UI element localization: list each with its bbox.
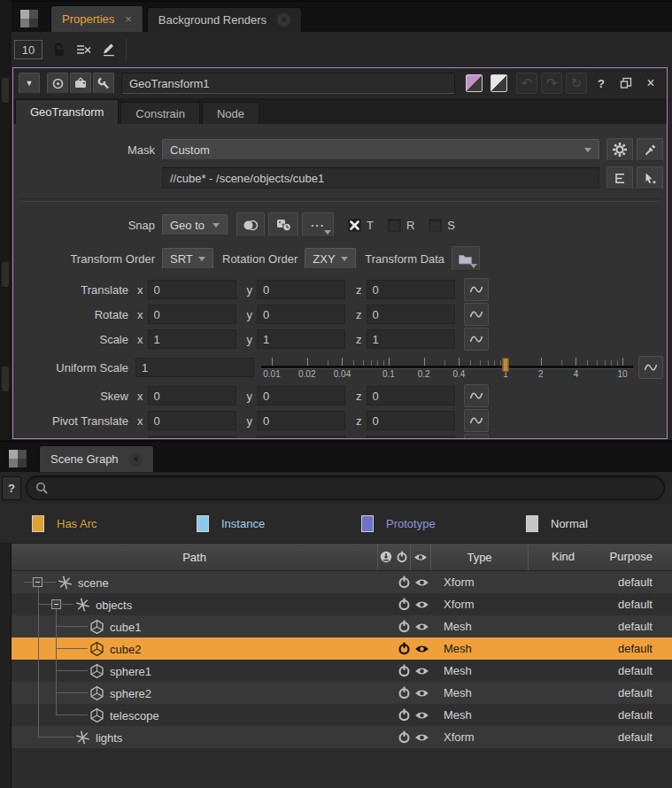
- table-row-cube1[interactable]: cube1Meshdefault: [12, 615, 672, 637]
- table-row-cube2[interactable]: cube2Meshdefault: [12, 637, 672, 660]
- pivot-translate-curve-button[interactable]: [464, 409, 489, 432]
- row-visibility-toggle[interactable]: [412, 622, 431, 632]
- tab-constrain[interactable]: Constrain: [120, 102, 200, 124]
- slider-handle[interactable]: [502, 358, 508, 372]
- row-visibility-toggle[interactable]: [412, 577, 431, 588]
- pane-menu-icon[interactable]: [20, 10, 38, 27]
- table-row-scene[interactable]: sceneXformdefault: [12, 571, 672, 593]
- row-visibility-toggle[interactable]: [412, 710, 431, 721]
- rotate-x-field[interactable]: [148, 305, 236, 324]
- column-kind[interactable]: Kind: [528, 544, 598, 570]
- table-row-lights[interactable]: lightsXformdefault: [12, 726, 672, 748]
- transform-data-button[interactable]: [452, 246, 480, 271]
- tab-background-renders[interactable]: Background Renders ×: [147, 7, 302, 32]
- column-active[interactable]: [394, 551, 410, 563]
- rotate-z-field[interactable]: [367, 305, 455, 324]
- revert-button[interactable]: ↻: [566, 73, 587, 94]
- scenegraph-browse-button[interactable]: [606, 166, 633, 189]
- settings-wrench-button[interactable]: [93, 73, 114, 94]
- node-name-field[interactable]: [121, 73, 455, 94]
- float-panel-button[interactable]: [615, 73, 637, 94]
- scenegraph-help-button[interactable]: ?: [2, 476, 21, 500]
- close-icon[interactable]: ×: [129, 452, 143, 466]
- pivot-rotate-z-field[interactable]: [367, 436, 455, 439]
- close-panel-button[interactable]: ×: [640, 73, 661, 94]
- tab-scene-graph[interactable]: Scene Graph ×: [39, 445, 154, 472]
- row-power-toggle[interactable]: [396, 642, 412, 655]
- snap-more-button[interactable]: ···: [302, 212, 334, 237]
- clear-panels-icon[interactable]: [76, 43, 92, 57]
- pivot-translate-y-field[interactable]: [257, 411, 345, 430]
- snap-checkbox-t[interactable]: [348, 219, 361, 232]
- skew-y-field[interactable]: [257, 386, 345, 406]
- undo-button[interactable]: ↶: [516, 73, 537, 94]
- tab-properties[interactable]: Properties ×: [50, 5, 143, 32]
- uniform-scale-field[interactable]: [135, 358, 254, 377]
- tree-expander[interactable]: [33, 577, 42, 587]
- scale-curve-button[interactable]: [464, 328, 489, 351]
- mask-eyedropper-button[interactable]: [637, 138, 663, 161]
- uniform-scale-curve-button[interactable]: [638, 356, 663, 379]
- search-box[interactable]: [26, 475, 665, 500]
- lock-icon[interactable]: [51, 42, 67, 58]
- tree-expander[interactable]: [51, 599, 61, 609]
- transform-order-dropdown[interactable]: SRT: [162, 248, 213, 269]
- edit-pencil-icon[interactable]: [101, 42, 117, 58]
- center-node-button[interactable]: [47, 73, 68, 94]
- max-panels-field[interactable]: 10: [14, 40, 42, 59]
- row-visibility-toggle[interactable]: [412, 688, 431, 699]
- scale-x-field[interactable]: [148, 329, 236, 349]
- snap-geo-button[interactable]: [236, 212, 265, 237]
- pick-from-viewer-button[interactable]: [637, 166, 663, 189]
- snap-checkbox-r[interactable]: [388, 219, 401, 232]
- row-visibility-toggle[interactable]: [412, 732, 431, 743]
- pivot-rotate-y-field[interactable]: [257, 436, 345, 439]
- snap-history-button[interactable]: [268, 212, 298, 237]
- translate-x-field[interactable]: [148, 280, 236, 299]
- rotate-y-field[interactable]: [257, 305, 345, 324]
- rotate-curve-button[interactable]: [464, 303, 489, 326]
- row-visibility-toggle[interactable]: [412, 644, 431, 654]
- splitter-handle[interactable]: [2, 262, 9, 287]
- mask-settings-button[interactable]: [606, 138, 633, 161]
- column-purpose[interactable]: Purpose: [598, 544, 672, 570]
- mask-expression-field[interactable]: [162, 167, 599, 189]
- mask-dropdown[interactable]: Custom: [162, 139, 599, 160]
- close-icon[interactable]: ×: [125, 13, 132, 25]
- column-path[interactable]: Path: [12, 551, 377, 564]
- skew-z-field[interactable]: [367, 386, 455, 406]
- scale-z-field[interactable]: [367, 329, 455, 349]
- row-power-toggle[interactable]: [396, 576, 412, 589]
- rotation-order-dropdown[interactable]: ZXY: [305, 248, 356, 269]
- pivot-rotate-curve-button[interactable]: [464, 434, 489, 439]
- tab-geotransform[interactable]: GeoTransform: [15, 99, 119, 124]
- column-type[interactable]: Type: [430, 544, 528, 570]
- collapse-panel-button[interactable]: ▼: [19, 73, 40, 94]
- row-power-toggle[interactable]: [396, 664, 412, 677]
- pivot-translate-z-field[interactable]: [367, 411, 455, 430]
- pivot-rotate-x-field[interactable]: [148, 436, 236, 439]
- splitter-handle[interactable]: [2, 367, 9, 391]
- uniform-scale-slider[interactable]: 0.010.020.040.10.20.412410: [261, 354, 633, 381]
- redo-button[interactable]: ↷: [541, 73, 562, 94]
- table-row-sphere2[interactable]: sphere2Meshdefault: [12, 682, 672, 704]
- column-load-state[interactable]: [377, 544, 394, 570]
- row-power-toggle[interactable]: [396, 620, 412, 633]
- gl-color-swatch[interactable]: [490, 74, 507, 92]
- table-row-sphere1[interactable]: sphere1Meshdefault: [12, 660, 672, 682]
- snap-dropdown[interactable]: Geo to: [162, 214, 228, 236]
- row-power-toggle[interactable]: [396, 730, 412, 744]
- skew-curve-button[interactable]: [464, 384, 489, 407]
- monitor-button[interactable]: [70, 73, 91, 94]
- translate-curve-button[interactable]: [464, 278, 489, 301]
- pivot-translate-x-field[interactable]: [148, 411, 236, 430]
- table-row-telescope[interactable]: telescopeMeshdefault: [12, 704, 672, 726]
- translate-y-field[interactable]: [257, 280, 345, 299]
- node-color-swatch[interactable]: [466, 74, 483, 92]
- left-splitter-strip[interactable]: [0, 0, 12, 440]
- row-power-toggle[interactable]: [396, 686, 412, 699]
- row-visibility-toggle[interactable]: [412, 599, 431, 610]
- row-power-toggle[interactable]: [396, 598, 412, 611]
- translate-z-field[interactable]: [367, 280, 455, 299]
- help-button[interactable]: ?: [591, 73, 612, 94]
